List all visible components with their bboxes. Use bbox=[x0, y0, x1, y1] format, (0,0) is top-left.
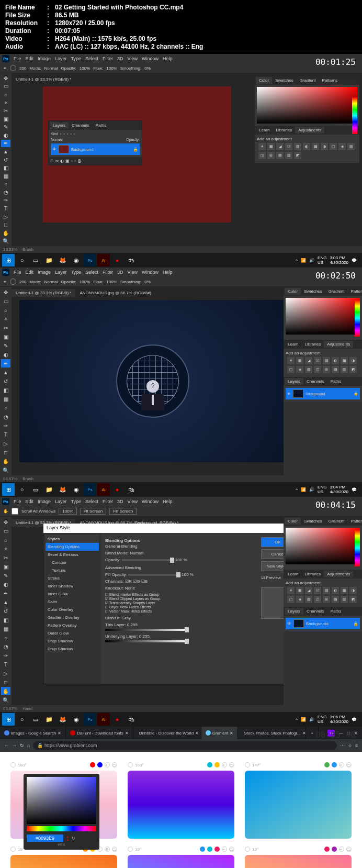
layer-background[interactable]: 👁 Background 🔒 bbox=[51, 143, 140, 155]
menu-layer[interactable]: Layer bbox=[55, 270, 67, 275]
start-button[interactable]: ⊞ bbox=[2, 483, 15, 496]
fit-screen-button[interactable]: Fit Screen bbox=[80, 508, 106, 515]
move-tool[interactable]: ✥ bbox=[1, 288, 10, 296]
adjustment-icon[interactable]: ☀ bbox=[258, 143, 266, 150]
language-indicator[interactable]: ENGUS bbox=[318, 255, 326, 265]
document-tab[interactable]: Untitled-1 @ 33.3% (RGB/8) * bbox=[12, 75, 75, 83]
gradient-tool[interactable]: ▦ bbox=[1, 395, 10, 403]
color-stop[interactable] bbox=[90, 762, 95, 767]
brush-tool[interactable]: ✒ bbox=[1, 359, 10, 368]
adjustments-tab[interactable]: Adjustments bbox=[295, 127, 324, 133]
paths-tab[interactable]: Paths bbox=[93, 122, 109, 129]
document-tab-2[interactable]: ANONYMOUS.jpg @ 66.7% (RGB/8#) bbox=[75, 289, 155, 297]
start-button[interactable]: ⊞ bbox=[2, 254, 15, 266]
hand-tool[interactable]: ✋ bbox=[1, 687, 10, 695]
swatches-tab[interactable]: Swatches bbox=[272, 77, 297, 84]
menu-file[interactable]: File bbox=[14, 56, 21, 61]
task-view-icon[interactable]: ▭ bbox=[29, 254, 42, 266]
menu-window[interactable]: Window bbox=[142, 56, 159, 61]
ls-gradient-overlay[interactable]: Gradient Overlay bbox=[46, 614, 99, 621]
adjustment-icon[interactable]: ◢ bbox=[276, 143, 284, 150]
blend-if-dropdown[interactable]: Gray bbox=[122, 616, 131, 620]
forward-button[interactable]: → bbox=[12, 743, 17, 748]
stamp-tool[interactable]: ▲ bbox=[1, 368, 10, 376]
channels-tab[interactable]: Channels bbox=[69, 122, 93, 129]
color-picker[interactable] bbox=[286, 298, 360, 335]
photoshop-taskbar-icon[interactable]: Ps bbox=[84, 254, 96, 266]
menu-3d[interactable]: 3D bbox=[117, 56, 123, 61]
adjustment-icon[interactable]: ◐ bbox=[303, 143, 310, 150]
menu-type[interactable]: Type bbox=[71, 56, 82, 61]
patterns-tab[interactable]: Patterns bbox=[319, 77, 341, 84]
libraries-tab[interactable]: Libraries bbox=[273, 127, 295, 133]
adjustment-icon[interactable]: ☑ bbox=[285, 143, 292, 150]
frame-tool[interactable]: ▣ bbox=[1, 332, 10, 341]
layer-background[interactable]: 👁Background🔒 bbox=[286, 388, 360, 399]
adjustment-icon[interactable]: ▨ bbox=[294, 143, 301, 150]
wand-tool[interactable]: ✧ bbox=[1, 99, 10, 107]
document-tab-1[interactable]: Untitled-1 @ 33.3% (RGB/8) * bbox=[12, 289, 75, 297]
crop-tool[interactable]: ✂ bbox=[1, 107, 10, 115]
eraser-tool[interactable]: ◧ bbox=[1, 386, 10, 394]
blending-options-item[interactable]: Blending Options bbox=[46, 543, 99, 551]
ls-texture[interactable]: Texture bbox=[46, 566, 99, 574]
ok-button[interactable]: OK bbox=[261, 537, 284, 547]
adjustment-icon[interactable]: ◈ bbox=[338, 143, 346, 150]
heal-tool[interactable]: ◐ bbox=[1, 350, 10, 359]
knockout-dropdown[interactable]: None bbox=[125, 586, 135, 591]
menu-filter[interactable]: Filter bbox=[103, 270, 113, 275]
brush-preview-icon[interactable] bbox=[10, 65, 16, 71]
tab-grabient[interactable]: Grabient✕ bbox=[201, 727, 239, 739]
reload-button[interactable]: ↻ bbox=[20, 743, 24, 748]
menu-file[interactable]: File bbox=[14, 270, 21, 275]
new-style-button[interactable]: New Style... bbox=[261, 561, 284, 571]
color-field[interactable] bbox=[27, 777, 96, 824]
menu-filter[interactable]: Filter bbox=[103, 56, 113, 61]
tab-google[interactable]: images - Google Search✕ bbox=[0, 727, 66, 739]
menu-view[interactable]: View bbox=[128, 270, 138, 275]
adjustment-icon[interactable]: ▩ bbox=[312, 143, 319, 150]
ls-pattern-overlay[interactable]: Pattern Overlay bbox=[46, 621, 99, 629]
ls-inner-shadow[interactable]: Inner Shadow bbox=[46, 582, 99, 590]
visibility-icon[interactable]: 👁 bbox=[52, 147, 56, 152]
hand-tool[interactable]: ✋ bbox=[1, 457, 10, 465]
lasso-tool[interactable]: ⌕ bbox=[1, 91, 10, 98]
home-button[interactable]: ⌂ bbox=[27, 743, 30, 748]
this-layer-slider[interactable] bbox=[105, 629, 189, 631]
flow-input[interactable]: 100% bbox=[106, 66, 117, 71]
tray-up-icon[interactable]: ^ bbox=[296, 258, 298, 263]
blur-tool[interactable]: ○ bbox=[1, 181, 10, 188]
hand-tool[interactable]: ✋ bbox=[1, 229, 10, 237]
scroll-all-checkbox[interactable] bbox=[12, 508, 18, 515]
canvas[interactable]: ? bbox=[19, 300, 284, 462]
pen-tool[interactable]: ✑ bbox=[1, 197, 10, 205]
path-tool[interactable]: ▷ bbox=[1, 213, 10, 221]
fill-screen-button[interactable]: Fill Screen bbox=[109, 508, 137, 515]
adjustment-icon[interactable]: ⊞ bbox=[267, 152, 275, 159]
add-stop-icon[interactable]: + bbox=[105, 762, 110, 767]
gradient-preview[interactable] bbox=[128, 771, 234, 839]
hex-input[interactable]: #0093E9 bbox=[27, 834, 63, 842]
menu-window[interactable]: Window bbox=[142, 270, 159, 275]
menu-image[interactable]: Image bbox=[38, 56, 51, 61]
menu-help[interactable]: Help bbox=[163, 56, 173, 61]
layers-tab[interactable]: Layers bbox=[50, 122, 69, 129]
shape-tool[interactable]: □ bbox=[1, 221, 10, 229]
adjustment-icon[interactable]: ◩ bbox=[294, 152, 301, 159]
opacity-slider[interactable] bbox=[122, 559, 174, 561]
zoom-tool[interactable]: 🔍 bbox=[1, 238, 10, 246]
eyedropper-tool[interactable]: ✎ bbox=[1, 123, 10, 131]
url-input[interactable]: 🔒 https://www.grabient.com bbox=[33, 741, 336, 750]
copy-icon[interactable]: ▭ bbox=[112, 762, 117, 767]
zoom-tool[interactable]: 🔍 bbox=[1, 466, 10, 474]
hue-slider[interactable] bbox=[27, 826, 96, 831]
wifi-icon[interactable]: 📶 bbox=[301, 258, 306, 263]
illustrator-icon[interactable]: Ai bbox=[97, 254, 110, 266]
color-picker[interactable] bbox=[257, 87, 357, 124]
search-icon[interactable]: ○ bbox=[16, 254, 28, 266]
ls-outer-glow[interactable]: Outer Glow bbox=[46, 629, 99, 637]
zoom-100-button[interactable]: 100% bbox=[59, 508, 76, 515]
menu-edit[interactable]: Edit bbox=[26, 270, 34, 275]
tab-stock[interactable]: Stock Photos, Stock Photogr...✕ bbox=[238, 727, 306, 739]
history-brush-tool[interactable]: ↺ bbox=[1, 156, 10, 164]
